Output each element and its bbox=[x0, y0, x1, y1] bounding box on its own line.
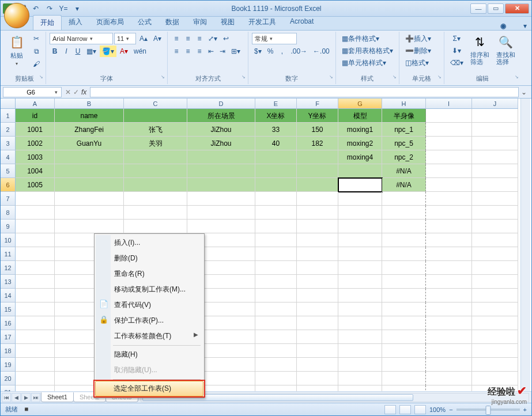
cell-I16[interactable] bbox=[426, 316, 472, 330]
currency-button[interactable]: $▾ bbox=[252, 46, 264, 57]
cell-E11[interactable] bbox=[255, 247, 297, 261]
zoom-out-button[interactable]: − bbox=[449, 406, 452, 413]
row-header-18[interactable]: 18 bbox=[1, 344, 16, 358]
increase-indent-button[interactable]: ⇥ bbox=[217, 46, 228, 57]
align-left-button[interactable]: ≡ bbox=[171, 46, 182, 57]
cell-B5[interactable] bbox=[55, 164, 124, 178]
redo-button[interactable]: ↷ bbox=[44, 3, 55, 14]
cell-F1[interactable]: Y坐标 bbox=[297, 109, 338, 123]
cell-J6[interactable] bbox=[472, 178, 518, 192]
cell-E19[interactable] bbox=[255, 358, 297, 372]
col-header-J[interactable]: J bbox=[472, 99, 518, 109]
cell-E21[interactable] bbox=[255, 385, 297, 391]
cell-J11[interactable] bbox=[472, 247, 518, 261]
cell-F5[interactable] bbox=[297, 164, 338, 178]
cut-button[interactable]: ✂ bbox=[31, 33, 42, 44]
cell-J16[interactable] bbox=[472, 316, 518, 330]
cell-F11[interactable] bbox=[297, 247, 338, 261]
first-sheet-button[interactable]: ⏮ bbox=[2, 393, 11, 402]
col-header-F[interactable]: F bbox=[297, 99, 338, 109]
cell-C7[interactable] bbox=[124, 192, 187, 206]
cell-I13[interactable] bbox=[426, 275, 472, 289]
cell-H16[interactable] bbox=[382, 316, 426, 330]
page-layout-view-button[interactable] bbox=[399, 405, 411, 414]
cell-C6[interactable] bbox=[124, 178, 187, 192]
qat-dropdown-icon[interactable]: ▾ bbox=[72, 3, 82, 14]
next-sheet-button[interactable]: ▶ bbox=[21, 393, 31, 402]
cell-I10[interactable] bbox=[426, 233, 472, 247]
cell-C2[interactable]: 张飞 bbox=[124, 123, 187, 137]
cell-I2[interactable] bbox=[426, 123, 472, 137]
underline-button[interactable]: U bbox=[73, 46, 83, 57]
cell-J3[interactable] bbox=[472, 137, 518, 150]
cell-G4[interactable]: moxing4 bbox=[338, 150, 382, 164]
tab-审阅[interactable]: 审阅 bbox=[186, 15, 214, 30]
orientation-button[interactable]: ⤢▾ bbox=[206, 33, 220, 44]
row-header-19[interactable]: 19 bbox=[1, 358, 16, 372]
cell-F17[interactable] bbox=[297, 330, 338, 344]
cell-B6[interactable] bbox=[55, 178, 124, 192]
cell-I18[interactable] bbox=[426, 344, 472, 358]
context-menu-item[interactable]: 插入(I)... bbox=[96, 235, 203, 251]
cell-F9[interactable] bbox=[297, 220, 338, 233]
cell-F10[interactable] bbox=[297, 233, 338, 247]
cell-E17[interactable] bbox=[255, 330, 297, 344]
cell-A5[interactable]: 1004 bbox=[16, 164, 55, 178]
cell-B4[interactable] bbox=[55, 150, 124, 164]
clear-button[interactable]: ⌫▾ bbox=[448, 57, 466, 69]
col-header-I[interactable]: I bbox=[426, 99, 472, 109]
row-header-10[interactable]: 10 bbox=[1, 233, 16, 247]
cell-H2[interactable]: npc_1 bbox=[382, 123, 426, 137]
align-right-button[interactable]: ≡ bbox=[194, 46, 205, 57]
cell-I14[interactable] bbox=[426, 289, 472, 302]
row-header-1[interactable]: 1 bbox=[1, 109, 16, 123]
qat-custom-button[interactable]: Y= bbox=[58, 3, 69, 14]
cell-C5[interactable] bbox=[124, 164, 187, 178]
cell-F12[interactable] bbox=[297, 261, 338, 275]
row-header-13[interactable]: 13 bbox=[1, 275, 16, 289]
decrease-indent-button[interactable]: ⇤ bbox=[206, 46, 216, 57]
formula-input[interactable] bbox=[90, 87, 519, 97]
cell-A16[interactable] bbox=[16, 316, 55, 330]
comma-button[interactable]: , bbox=[277, 46, 287, 57]
cell-E20[interactable] bbox=[255, 372, 297, 385]
cell-G5[interactable] bbox=[338, 164, 382, 178]
cell-A7[interactable] bbox=[16, 192, 55, 206]
cell-H7[interactable] bbox=[382, 192, 426, 206]
fill-button[interactable]: ⬇▾ bbox=[448, 45, 466, 56]
cell-G21[interactable] bbox=[338, 385, 382, 391]
cell-J5[interactable] bbox=[472, 164, 518, 178]
cell-I5[interactable] bbox=[426, 164, 472, 178]
cell-H5[interactable]: #N/A bbox=[382, 164, 426, 178]
cell-J2[interactable] bbox=[472, 123, 518, 137]
office-button[interactable] bbox=[4, 3, 29, 28]
cell-G13[interactable] bbox=[338, 275, 382, 289]
minimize-button[interactable]: — bbox=[470, 3, 486, 14]
col-header-E[interactable]: E bbox=[255, 99, 297, 109]
row-header-15[interactable]: 15 bbox=[1, 302, 16, 316]
cell-I17[interactable] bbox=[426, 330, 472, 344]
find-select-button[interactable]: 🔍 查找和 选择 bbox=[494, 33, 518, 66]
cell-H10[interactable] bbox=[382, 233, 426, 247]
cell-G8[interactable] bbox=[338, 206, 382, 220]
cell-F4[interactable] bbox=[297, 150, 338, 164]
cell-E16[interactable] bbox=[255, 316, 297, 330]
cell-G14[interactable] bbox=[338, 289, 382, 302]
cell-C1[interactable] bbox=[124, 109, 187, 123]
cell-I1[interactable] bbox=[426, 109, 472, 123]
cell-H11[interactable] bbox=[382, 247, 426, 261]
row-header-9[interactable]: 9 bbox=[1, 220, 16, 233]
cell-A12[interactable] bbox=[16, 261, 55, 275]
vertical-scrollbar[interactable] bbox=[520, 99, 530, 391]
cell-D9[interactable] bbox=[187, 220, 255, 233]
align-center-button[interactable]: ≡ bbox=[183, 46, 193, 57]
phonetic-button[interactable]: wén bbox=[131, 46, 149, 57]
grid[interactable]: ABCDEFGHIJ1idname所在场景X坐标Y坐标模型半身像21001Zha… bbox=[1, 99, 531, 391]
row-header-20[interactable]: 20 bbox=[1, 372, 16, 385]
col-header-A[interactable]: A bbox=[16, 99, 55, 109]
cell-B9[interactable] bbox=[55, 220, 124, 233]
font-size-combo[interactable]: 11▾ bbox=[114, 33, 136, 44]
cell-F21[interactable] bbox=[297, 385, 338, 391]
cell-I6[interactable] bbox=[426, 178, 472, 192]
cell-C4[interactable] bbox=[124, 150, 187, 164]
